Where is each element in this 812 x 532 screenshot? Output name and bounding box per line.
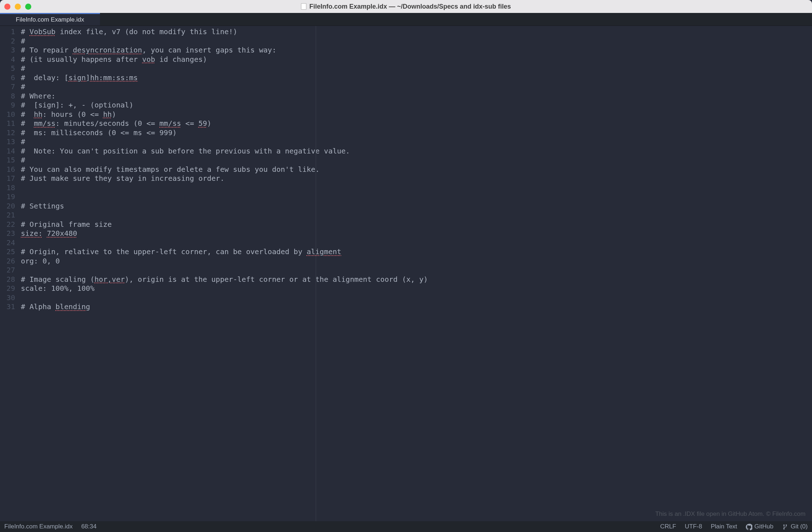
tab-bar: FileInfo.com Example.idx — [0, 13, 812, 26]
editor-line: 17# Just make sure they stay in increasi… — [0, 174, 812, 183]
line-number[interactable]: 26 — [0, 257, 19, 266]
line-content[interactable] — [19, 211, 812, 220]
line-number[interactable]: 22 — [0, 220, 19, 229]
line-number[interactable]: 18 — [0, 183, 19, 193]
minimize-window-button[interactable] — [15, 4, 21, 10]
line-number[interactable]: 5 — [0, 64, 19, 73]
line-content[interactable]: # Alpha blending — [19, 302, 812, 312]
status-github-label: GitHub — [754, 523, 774, 530]
line-content[interactable] — [19, 238, 812, 248]
line-number[interactable]: 11 — [0, 119, 19, 128]
editor-line: 13# — [0, 137, 812, 147]
watermark-text: This is an .IDX file open in GitHub Atom… — [655, 510, 806, 518]
line-content[interactable]: # — [19, 37, 812, 46]
editor-line: 4# (it usually happens after vob id chan… — [0, 55, 812, 64]
status-line-ending[interactable]: CRLF — [660, 523, 676, 530]
line-number[interactable]: 21 — [0, 211, 19, 220]
window-controls — [4, 4, 31, 10]
line-content[interactable]: # — [19, 64, 812, 73]
line-content[interactable] — [19, 293, 812, 303]
line-number[interactable]: 23 — [0, 229, 19, 238]
editor-line: 31# Alpha blending — [0, 302, 812, 312]
line-content[interactable]: # You can also modify timestamps or dele… — [19, 165, 812, 174]
line-number[interactable]: 8 — [0, 92, 19, 101]
zoom-window-button[interactable] — [25, 4, 31, 10]
editor-line: 9# [sign]: +, - (optional) — [0, 101, 812, 110]
line-number[interactable]: 3 — [0, 46, 19, 55]
line-content[interactable]: # (it usually happens after vob id chang… — [19, 55, 812, 64]
editor-line: 28# Image scaling (hor,ver), origin is a… — [0, 275, 812, 284]
line-content[interactable] — [19, 192, 812, 202]
editor-line: 29scale: 100%, 100% — [0, 284, 812, 293]
line-content[interactable]: # To repair desyncronization, you can in… — [19, 46, 812, 55]
line-number[interactable]: 1 — [0, 27, 19, 37]
line-number[interactable]: 31 — [0, 302, 19, 312]
editor-line: 24 — [0, 238, 812, 248]
line-number[interactable]: 12 — [0, 128, 19, 138]
status-bar: FileInfo.com Example.idx 68:34 CRLF UTF-… — [0, 521, 812, 532]
window-title-text: FileInfo.com Example.idx — ~/Downloads/S… — [309, 3, 511, 10]
line-number[interactable]: 19 — [0, 192, 19, 202]
line-number[interactable]: 4 — [0, 55, 19, 64]
line-number[interactable]: 2 — [0, 37, 19, 46]
text-editor[interactable]: 1# VobSub index file, v7 (do not modify … — [0, 26, 812, 312]
editor-line: 5# — [0, 64, 812, 73]
editor-workspace: 1# VobSub index file, v7 (do not modify … — [0, 26, 812, 521]
line-content[interactable]: # Just make sure they stay in increasing… — [19, 174, 812, 183]
line-content[interactable]: org: 0, 0 — [19, 257, 812, 266]
status-grammar[interactable]: Plain Text — [711, 523, 737, 530]
editor-line: 14# Note: You can't position a sub befor… — [0, 147, 812, 156]
github-icon — [746, 523, 752, 530]
line-content[interactable]: scale: 100%, 100% — [19, 284, 812, 293]
line-number[interactable]: 27 — [0, 266, 19, 275]
editor-line: 30 — [0, 293, 812, 303]
line-number[interactable]: 9 — [0, 101, 19, 110]
line-number[interactable]: 24 — [0, 238, 19, 248]
line-number[interactable]: 17 — [0, 174, 19, 183]
line-number[interactable]: 29 — [0, 284, 19, 293]
line-number[interactable]: 25 — [0, 247, 19, 257]
line-number[interactable]: 14 — [0, 147, 19, 156]
line-number[interactable]: 15 — [0, 156, 19, 165]
status-cursor-position[interactable]: 68:34 — [81, 523, 97, 530]
line-content[interactable]: # ms: milliseconds (0 <= ms <= 999) — [19, 128, 812, 138]
wrap-guide — [316, 26, 316, 521]
line-content[interactable]: # Settings — [19, 202, 812, 211]
line-content[interactable]: # — [19, 156, 812, 165]
line-content[interactable]: # — [19, 82, 812, 92]
line-content[interactable]: # Where: — [19, 92, 812, 101]
line-number[interactable]: 28 — [0, 275, 19, 284]
editor-line: 12# ms: milliseconds (0 <= ms <= 999) — [0, 128, 812, 138]
line-number[interactable]: 10 — [0, 110, 19, 119]
status-github[interactable]: GitHub — [746, 523, 774, 530]
line-content[interactable]: # Origin, relative to the upper-left cor… — [19, 247, 812, 257]
editor-line: 18 — [0, 183, 812, 193]
line-content[interactable]: # delay: [sign]hh:mm:ss:ms — [19, 73, 812, 83]
line-content[interactable]: # Image scaling (hor,ver), origin is at … — [19, 275, 812, 284]
line-content[interactable]: # Original frame size — [19, 220, 812, 229]
line-number[interactable]: 30 — [0, 293, 19, 303]
line-content[interactable]: # mm/ss: minutes/seconds (0 <= mm/ss <= … — [19, 119, 812, 128]
status-git[interactable]: Git (0) — [782, 523, 808, 530]
line-content[interactable]: # [sign]: +, - (optional) — [19, 101, 812, 110]
line-content[interactable] — [19, 266, 812, 275]
editor-line: 3# To repair desyncronization, you can i… — [0, 46, 812, 55]
line-content[interactable]: size: 720x480 — [19, 229, 812, 238]
status-encoding[interactable]: UTF-8 — [685, 523, 702, 530]
line-number[interactable]: 20 — [0, 202, 19, 211]
line-number[interactable]: 7 — [0, 82, 19, 92]
line-number[interactable]: 16 — [0, 165, 19, 174]
line-number[interactable]: 6 — [0, 73, 19, 83]
line-content[interactable]: # Note: You can't position a sub before … — [19, 147, 812, 156]
line-content[interactable]: # — [19, 137, 812, 147]
line-content[interactable] — [19, 183, 812, 193]
git-branch-icon — [782, 523, 789, 530]
line-content[interactable]: # VobSub index file, v7 (do not modify t… — [19, 27, 812, 37]
editor-line: 23size: 720x480 — [0, 229, 812, 238]
close-window-button[interactable] — [4, 4, 10, 10]
status-file-name[interactable]: FileInfo.com Example.idx — [4, 523, 73, 530]
line-content[interactable]: # hh: hours (0 <= hh) — [19, 110, 812, 119]
tab-fileinfo-example[interactable]: FileInfo.com Example.idx — [0, 13, 100, 26]
line-number[interactable]: 13 — [0, 137, 19, 147]
editor-line: 1# VobSub index file, v7 (do not modify … — [0, 27, 812, 37]
